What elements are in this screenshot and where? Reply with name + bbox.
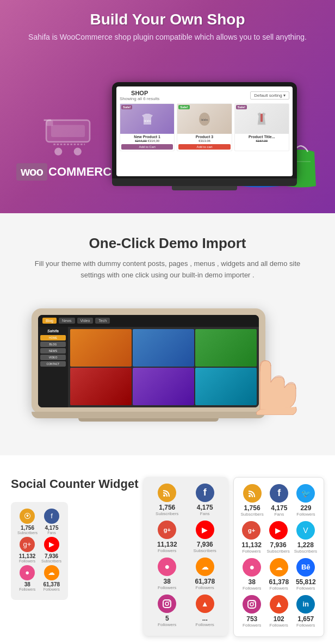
- social-item-rss-md: 1,756 Subscribers: [150, 484, 184, 516]
- social-item-ig-md: 5 Followers: [150, 595, 184, 627]
- svg-point-20: [250, 603, 253, 606]
- svg-rect-10: [260, 114, 263, 122]
- social-item-fb-sm: f 4,175 Fans: [42, 509, 61, 535]
- shop-products: Sale! lalabs New Product 1 €244,00 €314,…: [120, 103, 289, 151]
- shop-ui-title: SHOP: [120, 90, 159, 96]
- social-item-dr-md: ● 38 Followers: [150, 558, 184, 590]
- shop-ui-sort: Default sorting ▾: [250, 91, 289, 100]
- shop-subtitle: Sahifa is WooCommerce shop plugin compat…: [11, 33, 324, 41]
- social-item-yt-lg: ▶ 7,936 Subscribers: [267, 521, 290, 554]
- yt-icon-sm: ▶: [44, 537, 59, 552]
- sc-icon-sm: ☁: [44, 565, 59, 580]
- vim-icon-lg: V: [296, 521, 315, 540]
- news-item-1: [70, 329, 132, 367]
- product-2: Sale! lalabs Product 3 €313.06 Add to ca…: [177, 103, 232, 151]
- social-item-be-lg: Bē 55,812 Followers: [294, 558, 317, 591]
- social-item-gp-md: g+ 11,132 Followers: [150, 521, 184, 553]
- social-item-ig-lg: 753 Followers: [240, 595, 263, 628]
- social-item-yt-md: ▶ 7,936 Subscribers: [188, 521, 222, 553]
- badge-2: Sale!: [178, 105, 189, 109]
- social-item-yt-sm: ▶ 7,936 Subscribers: [41, 537, 61, 563]
- social-title: Social Counter Widget: [11, 477, 138, 491]
- svg-text:lalabs: lalabs: [201, 118, 208, 121]
- social-item-gp-lg: g+ 11,132 Followers: [240, 521, 262, 554]
- woo-text: woo: [16, 163, 47, 181]
- social-item-rss-sm: ⦿ 1,756 Subscribers: [17, 509, 38, 535]
- rss-icon-lg: [243, 484, 262, 503]
- fb-icon-md: f: [196, 484, 214, 502]
- social-item-sc-sm: ☁ 61,378 Followers: [42, 565, 62, 591]
- woocommerce-logo: woo COMMERCE: [16, 163, 120, 181]
- tab-blog: Blog: [42, 318, 57, 324]
- news-item-2: [133, 329, 194, 367]
- social-item-stub-lg: ▲ 102 Followers: [268, 595, 290, 628]
- svg-point-5: [74, 148, 82, 156]
- be-icon-lg: Bē: [296, 558, 315, 577]
- social-item-gp-sm: g+ 11,132 Followers: [17, 537, 37, 563]
- yt-icon-md: ▶: [196, 521, 214, 539]
- social-section: Social Counter Widget ⦿ 1,756 Subscriber…: [0, 455, 335, 644]
- product-3: Sale! Product Title... €167.00: [234, 103, 289, 151]
- svg-point-17: [169, 601, 170, 602]
- product-1: Sale! lalabs New Product 1 €244,00 €314,…: [120, 103, 175, 151]
- social-item-dr-sm: ● 38 Followers: [17, 565, 38, 591]
- badge-1: Sale!: [121, 105, 132, 109]
- svg-rect-15: [163, 600, 171, 608]
- tablet-mockup: Blog News Video Tech Sahifa HOME BLOG NE…: [32, 308, 265, 422]
- fb-icon-lg: f: [270, 484, 288, 503]
- rss-icon-md: [158, 484, 176, 502]
- demo-section: One-Click Demo Import Fill your theme wi…: [0, 213, 335, 455]
- tab-news: News: [59, 318, 75, 324]
- tab-video: Video: [77, 318, 94, 324]
- svg-rect-19: [248, 600, 256, 608]
- ig-icon-lg: [243, 595, 261, 614]
- stub-icon-lg: ▲: [270, 595, 288, 614]
- svg-point-4: [54, 148, 62, 156]
- svg-point-14: [163, 494, 165, 497]
- tw-icon-lg: 🐦: [296, 484, 315, 503]
- social-item-sc-md: ☁ 61,378 Followers: [188, 558, 222, 590]
- sidebar-logo: Sahifa: [40, 329, 66, 333]
- ig-icon-md: [158, 595, 176, 613]
- dr-icon-sm: ●: [20, 565, 35, 580]
- dr-icon-md: ●: [158, 558, 176, 576]
- social-widget-small: ⦿ 1,756 Subscribers f 4,175 Fans g+ 11,1…: [11, 502, 68, 600]
- yt-icon-lg: ▶: [269, 521, 288, 540]
- sc-icon-lg: ☁: [270, 558, 288, 577]
- svg-point-21: [253, 602, 255, 603]
- gp-icon-md: g+: [158, 521, 176, 539]
- svg-point-16: [165, 602, 169, 605]
- tablet-mockup-container: Blog News Video Tech Sahifa HOME BLOG NE…: [32, 298, 303, 434]
- commerce-text: COMMERCE: [48, 165, 120, 179]
- badge-3: Sale!: [236, 105, 247, 109]
- social-item-dr-lg: ● 38 Followers: [240, 558, 263, 591]
- social-item-fb-md: f 4,175 Fans: [188, 484, 222, 516]
- demo-title: One-Click Demo Import: [11, 235, 324, 252]
- hand-pointer: [233, 339, 303, 417]
- social-item-fb-lg: f 4,175 Fans: [268, 484, 290, 517]
- woo-logo-area: woo COMMERCE: [16, 115, 120, 181]
- social-item-rss-lg: 1,756 Subscribers: [240, 484, 263, 517]
- social-widget-medium: 1,756 Subscribers f 4,175 Fans g+ 11,132…: [144, 477, 228, 636]
- social-item-li-lg: in 1,657 Followers: [294, 595, 317, 628]
- cart-icon: [44, 115, 92, 159]
- news-item-4: [70, 368, 132, 405]
- social-item-sc-lg: ☁ 61,378 Followers: [268, 558, 290, 591]
- rss-icon-sm: ⦿: [20, 509, 35, 524]
- svg-text:lalabs: lalabs: [144, 119, 151, 122]
- gp-icon-sm: g+: [20, 537, 35, 552]
- li-icon-lg: in: [296, 595, 315, 614]
- demo-description: Fill your theme with dummy content posts…: [32, 258, 303, 281]
- shop-ui-meta: Showing all 6 results: [120, 96, 159, 101]
- gp-icon-lg: g+: [242, 521, 260, 540]
- social-widget-large: 1,756 Subscribers f 4,175 Fans 🐦 229 Fol…: [233, 477, 324, 637]
- shop-title: Build Your Own Shop: [11, 11, 324, 28]
- svg-point-18: [249, 495, 251, 497]
- sc-icon-md: ☁: [196, 558, 214, 576]
- stub-icon-md: ▲: [196, 595, 214, 613]
- dr-icon-lg: ●: [243, 558, 261, 577]
- social-item-stub-md: ▲ ... Followers: [188, 595, 222, 627]
- laptop-mockup: SHOP Showing all 6 results Default sorti…: [112, 82, 297, 186]
- social-item-tw-lg: 🐦 229 Followers: [295, 484, 317, 517]
- tab-tech: Tech: [95, 318, 110, 324]
